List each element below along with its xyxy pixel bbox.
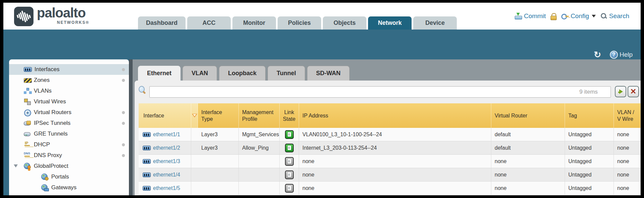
- cell-link-state: [280, 141, 299, 155]
- sidebar-item-virtual-wires[interactable]: Virtual Wires: [9, 96, 129, 107]
- sidebar-item-dns-proxy[interactable]: DNS Proxy: [9, 150, 129, 161]
- sidebar-item-dhcp[interactable]: DHCP: [9, 139, 129, 150]
- cell-management-profile: [239, 168, 280, 182]
- cell-interface-type: Layer3: [198, 141, 239, 155]
- subtab-sd-wan[interactable]: SD-WAN: [307, 66, 350, 81]
- sidebar-item-interfaces[interactable]: Interfaces: [9, 64, 129, 75]
- interface-link[interactable]: ethernet1/1: [153, 132, 180, 138]
- sidebar-item-virtual-routers[interactable]: Virtual Routers: [9, 107, 129, 118]
- column-header-interface[interactable]: Interface: [139, 103, 191, 128]
- link-state-down-icon: [285, 184, 294, 193]
- status-dot: [122, 143, 125, 146]
- nav-tab-objects[interactable]: Objects: [323, 16, 366, 30]
- filter-search-icon[interactable]: [138, 86, 147, 95]
- sort-triangle-icon: [192, 114, 197, 117]
- column-header-profile[interactable]: Management Profile: [239, 103, 280, 128]
- expander-triangle-icon[interactable]: [14, 164, 18, 167]
- portals-icon: [41, 174, 49, 180]
- sidebar-item-zones[interactable]: Zones: [9, 75, 129, 86]
- sidebar-item-label: Virtual Routers: [34, 109, 71, 116]
- status-dot: [122, 111, 125, 114]
- nav-tab-monitor[interactable]: Monitor: [232, 16, 276, 30]
- nav-tab-device[interactable]: Device: [413, 16, 457, 30]
- config-menu-button[interactable]: Config: [561, 12, 596, 20]
- commit-icon: [514, 13, 522, 19]
- gateways-icon: [41, 185, 49, 191]
- cell-tag: Untagged: [565, 155, 614, 168]
- sidebar-item-ipsec-tunnels[interactable]: IPSec Tunnels: [9, 118, 129, 129]
- cell-virtual-router: default: [491, 128, 565, 141]
- cell-interface: ethernet1/1: [139, 128, 191, 141]
- column-header-link[interactable]: Link State: [280, 103, 299, 128]
- cell-interface-type: [198, 168, 239, 182]
- sidebar-item-gateways[interactable]: Gateways: [9, 182, 129, 193]
- nav-tab-policies[interactable]: Policies: [278, 16, 321, 30]
- cell-spacer: [191, 168, 198, 182]
- ipsec-tunnels-icon: [24, 120, 31, 126]
- ethernet-port-icon: [143, 132, 151, 137]
- table-header-row: InterfaceInterface TypeManagement Profil…: [139, 103, 641, 128]
- nav-tab-dashboard[interactable]: Dashboard: [138, 16, 186, 30]
- subtab-tunnel[interactable]: Tunnel: [268, 66, 305, 81]
- ethernet-port-icon: [143, 146, 151, 150]
- virtual-routers-icon: [24, 109, 31, 115]
- link-state-down-icon: [285, 157, 294, 166]
- commit-button[interactable]: Commit: [514, 12, 546, 20]
- ethernet-port-icon: [143, 159, 151, 164]
- header-band: ↻ ? Help: [3, 30, 641, 62]
- sidebar-item-globalprotect[interactable]: GlobalProtect: [9, 161, 129, 171]
- column-header-type[interactable]: Interface Type: [198, 103, 239, 128]
- nav-tab-network[interactable]: Network: [368, 16, 412, 30]
- column-header-tag[interactable]: Tag: [565, 103, 614, 128]
- sidebar-item-gre-tunnels[interactable]: GRE Tunnels: [9, 129, 129, 139]
- apply-filter-button[interactable]: [615, 86, 626, 97]
- close-icon: ✕: [630, 88, 636, 95]
- cell-spacer: [191, 141, 198, 155]
- column-header-ip[interactable]: IP Address: [299, 103, 491, 128]
- column-header-vlan[interactable]: VLAN / V Wire: [614, 103, 641, 128]
- help-button[interactable]: ? Help: [610, 51, 633, 59]
- filter-input[interactable]: [149, 86, 611, 98]
- subtab-loopback[interactable]: Loopback: [219, 66, 266, 81]
- cell-spacer: [191, 182, 198, 195]
- cell-ip-address: none: [299, 155, 491, 168]
- cell-ip-address: VLAN0100_L3_10-1-100-254--24: [299, 128, 491, 141]
- sidebar-scrollbar[interactable]: [129, 59, 133, 195]
- cell-spacer: [191, 128, 198, 141]
- cell-virtual-router: none: [491, 182, 565, 195]
- sidebar-item-label: Zones: [34, 77, 50, 84]
- cell-link-state: [280, 182, 299, 195]
- cell-ip-address: none: [299, 168, 491, 182]
- cell-interface-type: Layer3: [198, 128, 239, 141]
- sidebar-item-label: DHCP: [34, 141, 50, 148]
- cell-interface-type: [198, 155, 239, 168]
- interface-link[interactable]: ethernet1/4: [153, 172, 180, 178]
- cell-management-profile: Mgmt_Services: [239, 128, 280, 141]
- sidebar-item-label: GRE Tunnels: [34, 131, 68, 137]
- interface-link[interactable]: ethernet1/3: [153, 158, 180, 164]
- ethernet-port-icon: [143, 172, 151, 177]
- search-button[interactable]: Search: [600, 12, 629, 20]
- vlans-icon: [24, 88, 31, 94]
- status-dot: [122, 79, 125, 82]
- refresh-icon[interactable]: ↻: [594, 51, 601, 58]
- subtab-vlan[interactable]: VLAN: [183, 66, 217, 81]
- column-header-vr[interactable]: Virtual Router: [491, 103, 565, 128]
- content-panel: 9 items ✕ InterfaceInterface TypeManagem…: [135, 81, 641, 195]
- clear-filter-button[interactable]: ✕: [628, 86, 639, 97]
- lock-icon[interactable]: [551, 13, 557, 19]
- subtab-ethernet[interactable]: Ethernet: [138, 66, 181, 81]
- sidebar-item-vlans[interactable]: VLANs: [9, 86, 129, 96]
- sort-filter-button[interactable]: [191, 103, 198, 128]
- search-icon: [600, 13, 607, 19]
- sidebar-item-portals[interactable]: Portals: [9, 171, 129, 182]
- table-body: ethernet1/1Layer3Mgmt_ServicesVLAN0100_L…: [139, 128, 641, 195]
- cell-vlan-vwire: none: [614, 168, 641, 182]
- interface-link[interactable]: ethernet1/5: [153, 185, 180, 191]
- cell-tag: Untagged: [565, 168, 614, 182]
- nav-tab-acc[interactable]: ACC: [187, 16, 231, 30]
- globalprotect-icon: [24, 163, 31, 169]
- interface-link[interactable]: ethernet1/2: [153, 145, 180, 151]
- sidebar-item-label: Virtual Wires: [34, 98, 66, 105]
- top-bar: paloalto NETWORKS® DashboardACCMonitorPo…: [3, 3, 641, 30]
